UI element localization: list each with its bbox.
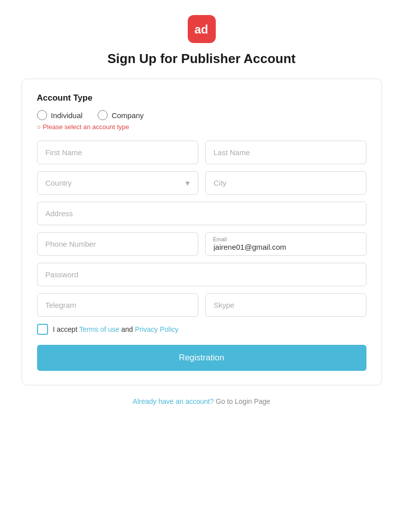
form-card: Account Type Individual Company ○ Please… xyxy=(22,79,382,385)
privacy-link[interactable]: Privacy Policy xyxy=(135,325,178,333)
account-type-label: Account Type xyxy=(37,93,366,103)
email-input[interactable] xyxy=(205,232,366,256)
address-input[interactable] xyxy=(37,202,366,225)
phone-group xyxy=(37,232,198,256)
phone-email-row: Email xyxy=(37,232,366,256)
terms-text: I accept Terms of use and Privacy Policy xyxy=(53,325,179,333)
individual-radio-label[interactable]: Individual xyxy=(37,110,83,120)
login-prompt-row: Already have an account? Go to Login Pag… xyxy=(133,397,270,405)
social-row xyxy=(37,293,366,317)
first-name-input[interactable] xyxy=(37,141,198,164)
phone-input[interactable] xyxy=(37,232,198,256)
country-select[interactable]: Country xyxy=(37,171,198,195)
company-radio-label[interactable]: Company xyxy=(98,110,144,120)
company-radio[interactable] xyxy=(98,110,108,120)
svg-text:ad: ad xyxy=(194,23,208,36)
terms-checkbox[interactable] xyxy=(37,324,48,335)
address-row xyxy=(37,202,366,225)
telegram-input[interactable] xyxy=(37,293,198,317)
terms-row: I accept Terms of use and Privacy Policy xyxy=(37,324,366,335)
terms-link[interactable]: Terms of use xyxy=(79,325,119,333)
country-group: Country ▼ xyxy=(37,171,198,195)
password-group xyxy=(37,263,366,286)
telegram-group xyxy=(37,293,198,317)
account-type-row: Individual Company xyxy=(37,110,366,120)
page-title: Sign Up for Publisher Account xyxy=(107,51,295,67)
address-group xyxy=(37,202,366,225)
company-label: Company xyxy=(112,111,144,120)
city-input[interactable] xyxy=(205,171,366,195)
first-name-group xyxy=(37,141,198,164)
password-row xyxy=(37,263,366,286)
skype-group xyxy=(205,293,366,317)
password-input[interactable] xyxy=(37,263,366,286)
register-button[interactable]: Registration xyxy=(37,345,366,371)
last-name-input[interactable] xyxy=(205,141,366,164)
last-name-group xyxy=(205,141,366,164)
name-row xyxy=(37,141,366,164)
location-row: Country ▼ xyxy=(37,171,366,195)
individual-radio[interactable] xyxy=(37,110,47,120)
skype-input[interactable] xyxy=(205,293,366,317)
city-group xyxy=(205,171,366,195)
account-type-error: ○ Please select an account type xyxy=(37,123,366,131)
login-link[interactable]: Already have an account? xyxy=(133,397,214,405)
email-group: Email xyxy=(205,232,366,256)
individual-label: Individual xyxy=(51,111,83,120)
logo: ad xyxy=(188,15,216,43)
country-select-wrapper: Country ▼ xyxy=(37,171,198,195)
